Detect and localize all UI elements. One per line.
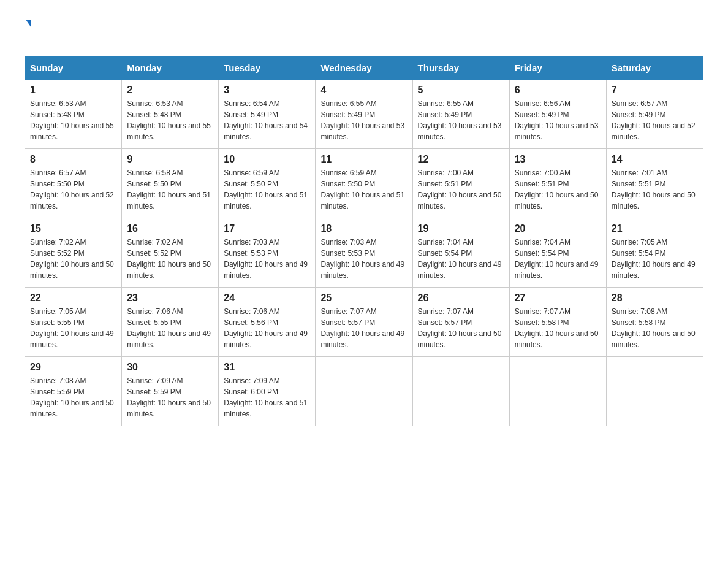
calendar-cell: 17 Sunrise: 7:03 AMSunset: 5:53 PMDaylig… [219,218,316,288]
day-number: 19 [418,223,504,234]
day-info: Sunrise: 7:05 AMSunset: 5:54 PMDaylight:… [612,238,696,280]
day-info: Sunrise: 7:03 AMSunset: 5:53 PMDaylight:… [320,238,404,280]
calendar-cell: 14 Sunrise: 7:01 AMSunset: 5:51 PMDaylig… [606,149,703,218]
calendar-cell [412,357,509,426]
day-number: 20 [515,223,601,234]
day-info: Sunrise: 6:58 AMSunset: 5:50 PMDaylight:… [127,169,211,210]
calendar-cell: 7 Sunrise: 6:57 AMSunset: 5:49 PMDayligh… [606,80,703,149]
day-info: Sunrise: 7:00 AMSunset: 5:51 PMDaylight:… [418,169,502,210]
calendar-cell: 28 Sunrise: 7:08 AMSunset: 5:58 PMDaylig… [606,288,703,357]
weekday-header-friday: Friday [509,56,606,80]
week-row-3: 15 Sunrise: 7:02 AMSunset: 5:52 PMDaylig… [25,218,703,288]
day-info: Sunrise: 7:07 AMSunset: 5:57 PMDaylight:… [418,307,502,349]
day-info: Sunrise: 7:01 AMSunset: 5:51 PMDaylight:… [612,169,696,210]
calendar-cell: 6 Sunrise: 6:56 AMSunset: 5:49 PMDayligh… [509,80,606,149]
calendar-cell: 24 Sunrise: 7:06 AMSunset: 5:56 PMDaylig… [219,288,316,357]
week-row-5: 29 Sunrise: 7:08 AMSunset: 5:59 PMDaylig… [25,357,703,426]
day-info: Sunrise: 6:56 AMSunset: 5:49 PMDaylight:… [515,99,599,141]
calendar-cell: 12 Sunrise: 7:00 AMSunset: 5:51 PMDaylig… [412,149,509,218]
calendar-cell: 10 Sunrise: 6:59 AMSunset: 5:50 PMDaylig… [219,149,316,218]
day-info: Sunrise: 6:59 AMSunset: 5:50 PMDaylight:… [224,169,308,210]
weekday-header-wednesday: Wednesday [316,56,412,80]
day-number: 14 [612,154,698,165]
calendar-cell: 18 Sunrise: 7:03 AMSunset: 5:53 PMDaylig… [316,218,412,288]
day-info: Sunrise: 7:00 AMSunset: 5:51 PMDaylight:… [515,169,599,210]
week-row-2: 8 Sunrise: 6:57 AMSunset: 5:50 PMDayligh… [25,149,703,218]
calendar-cell: 29 Sunrise: 7:08 AMSunset: 5:59 PMDaylig… [25,357,122,426]
day-info: Sunrise: 7:09 AMSunset: 5:59 PMDaylight:… [127,377,211,418]
calendar-cell: 22 Sunrise: 7:05 AMSunset: 5:55 PMDaylig… [25,288,122,357]
header [25,18,703,44]
day-info: Sunrise: 6:55 AMSunset: 5:49 PMDaylight:… [320,99,404,141]
day-info: Sunrise: 6:54 AMSunset: 5:49 PMDaylight:… [224,99,308,141]
calendar-cell [316,357,412,426]
calendar-cell: 11 Sunrise: 6:59 AMSunset: 5:50 PMDaylig… [316,149,412,218]
logo-triangle-icon [26,20,31,28]
day-number: 25 [320,293,407,304]
calendar-cell: 31 Sunrise: 7:09 AMSunset: 6:00 PMDaylig… [219,357,316,426]
day-number: 30 [127,362,213,373]
calendar-cell: 23 Sunrise: 7:06 AMSunset: 5:55 PMDaylig… [122,288,219,357]
logo [25,18,31,44]
calendar-cell [509,357,606,426]
calendar-table: SundayMondayTuesdayWednesdayThursdayFrid… [25,56,703,426]
day-number: 7 [612,85,698,96]
day-info: Sunrise: 7:06 AMSunset: 5:55 PMDaylight:… [127,307,211,349]
calendar-cell: 26 Sunrise: 7:07 AMSunset: 5:57 PMDaylig… [412,288,509,357]
weekday-header-thursday: Thursday [412,56,509,80]
day-info: Sunrise: 7:07 AMSunset: 5:58 PMDaylight:… [515,307,599,349]
day-number: 26 [418,293,504,304]
day-info: Sunrise: 6:59 AMSunset: 5:50 PMDaylight:… [320,169,404,210]
calendar-cell: 25 Sunrise: 7:07 AMSunset: 5:57 PMDaylig… [316,288,412,357]
day-number: 8 [30,154,116,165]
week-row-1: 1 Sunrise: 6:53 AMSunset: 5:48 PMDayligh… [25,80,703,149]
calendar-cell: 30 Sunrise: 7:09 AMSunset: 5:59 PMDaylig… [122,357,219,426]
calendar-cell: 3 Sunrise: 6:54 AMSunset: 5:49 PMDayligh… [219,80,316,149]
day-number: 27 [515,293,601,304]
day-number: 1 [30,85,116,96]
day-info: Sunrise: 6:53 AMSunset: 5:48 PMDaylight:… [127,99,211,141]
day-info: Sunrise: 6:57 AMSunset: 5:50 PMDaylight:… [30,169,114,210]
day-info: Sunrise: 7:04 AMSunset: 5:54 PMDaylight:… [418,238,502,280]
day-number: 29 [30,362,116,373]
day-number: 11 [320,154,407,165]
calendar-cell: 8 Sunrise: 6:57 AMSunset: 5:50 PMDayligh… [25,149,122,218]
calendar-cell: 27 Sunrise: 7:07 AMSunset: 5:58 PMDaylig… [509,288,606,357]
day-number: 2 [127,85,213,96]
day-info: Sunrise: 7:06 AMSunset: 5:56 PMDaylight:… [224,307,308,349]
calendar-cell: 5 Sunrise: 6:55 AMSunset: 5:49 PMDayligh… [412,80,509,149]
day-info: Sunrise: 7:02 AMSunset: 5:52 PMDaylight:… [127,238,211,280]
weekday-header-sunday: Sunday [25,56,122,80]
day-info: Sunrise: 7:08 AMSunset: 5:58 PMDaylight:… [612,307,696,349]
day-number: 3 [224,85,310,96]
calendar-cell: 21 Sunrise: 7:05 AMSunset: 5:54 PMDaylig… [606,218,703,288]
day-info: Sunrise: 7:09 AMSunset: 6:00 PMDaylight:… [224,377,308,418]
calendar-cell: 19 Sunrise: 7:04 AMSunset: 5:54 PMDaylig… [412,218,509,288]
day-number: 31 [224,362,310,373]
day-info: Sunrise: 7:02 AMSunset: 5:52 PMDaylight:… [30,238,114,280]
calendar-cell: 9 Sunrise: 6:58 AMSunset: 5:50 PMDayligh… [122,149,219,218]
day-info: Sunrise: 7:03 AMSunset: 5:53 PMDaylight:… [224,238,308,280]
weekday-header-saturday: Saturday [606,56,703,80]
day-info: Sunrise: 7:08 AMSunset: 5:59 PMDaylight:… [30,377,114,418]
day-number: 23 [127,293,213,304]
weekday-header-row: SundayMondayTuesdayWednesdayThursdayFrid… [25,56,703,80]
calendar-cell: 4 Sunrise: 6:55 AMSunset: 5:49 PMDayligh… [316,80,412,149]
calendar-cell: 20 Sunrise: 7:04 AMSunset: 5:54 PMDaylig… [509,218,606,288]
calendar-cell: 16 Sunrise: 7:02 AMSunset: 5:52 PMDaylig… [122,218,219,288]
weekday-header-tuesday: Tuesday [219,56,316,80]
weekday-header-monday: Monday [122,56,219,80]
day-number: 5 [418,85,504,96]
day-info: Sunrise: 6:53 AMSunset: 5:48 PMDaylight:… [30,99,114,141]
day-info: Sunrise: 6:57 AMSunset: 5:49 PMDaylight:… [612,99,696,141]
calendar-cell: 15 Sunrise: 7:02 AMSunset: 5:52 PMDaylig… [25,218,122,288]
day-number: 21 [612,223,698,234]
day-number: 12 [418,154,504,165]
calendar-cell: 1 Sunrise: 6:53 AMSunset: 5:48 PMDayligh… [25,80,122,149]
day-number: 6 [515,85,601,96]
day-info: Sunrise: 7:05 AMSunset: 5:55 PMDaylight:… [30,307,114,349]
day-number: 9 [127,154,213,165]
day-number: 4 [320,85,407,96]
day-info: Sunrise: 7:04 AMSunset: 5:54 PMDaylight:… [515,238,599,280]
day-info: Sunrise: 7:07 AMSunset: 5:57 PMDaylight:… [320,307,404,349]
